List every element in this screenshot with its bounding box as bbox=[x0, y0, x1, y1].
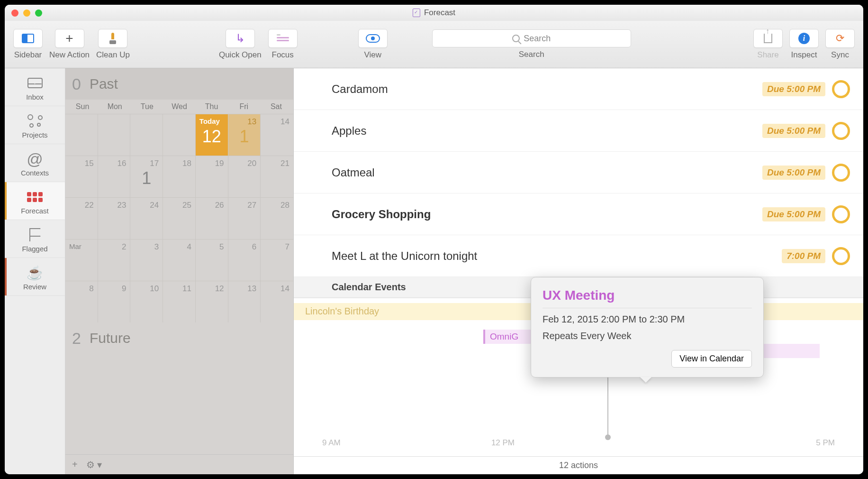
inbox-icon bbox=[27, 78, 43, 88]
popover-repeat: Repeats Every Week bbox=[542, 331, 752, 341]
cal-cell[interactable]: 12 bbox=[196, 281, 228, 322]
cal-cell[interactable]: 3 bbox=[130, 239, 163, 281]
brush-icon bbox=[108, 33, 118, 44]
task-title: Meet L at the Unicorn tonight bbox=[332, 249, 782, 263]
task-row[interactable]: Grocery Shopping Due 5:00 PM bbox=[294, 193, 863, 235]
search-input[interactable]: Search bbox=[432, 29, 631, 47]
new-action-label: New Action bbox=[49, 50, 90, 60]
popover-time: Feb 12, 2015 2:00 PM to 2:30 PM bbox=[542, 314, 752, 325]
cal-cell[interactable] bbox=[65, 114, 98, 156]
arrow-icon: ↳ bbox=[235, 32, 245, 45]
cal-cell[interactable]: 4 bbox=[163, 239, 196, 281]
inspect-button[interactable]: i bbox=[789, 29, 819, 48]
task-row[interactable]: Meet L at the Unicorn tonight 7:00 PM bbox=[294, 235, 863, 277]
nav-forecast[interactable]: Forecast bbox=[5, 182, 65, 220]
share-icon bbox=[764, 34, 772, 43]
cal-cell[interactable]: 7 bbox=[261, 239, 293, 281]
search-placeholder: Search bbox=[524, 34, 551, 44]
nav-review[interactable]: ☕ Review bbox=[5, 258, 65, 296]
new-action-button[interactable]: + bbox=[55, 29, 84, 48]
complete-checkbox[interactable] bbox=[832, 122, 850, 140]
perspectives-nav: Inbox Projects @ Contexts Forecast Flagg… bbox=[5, 68, 65, 474]
cal-cell[interactable]: 11 bbox=[163, 281, 196, 322]
main-content: Cardamom Due 5:00 PM Apples Due 5:00 PM … bbox=[294, 68, 863, 474]
task-title: Cardamom bbox=[332, 83, 762, 96]
nav-flagged[interactable]: Flagged bbox=[5, 220, 65, 258]
coffee-icon: ☕ bbox=[27, 265, 43, 281]
cal-cell[interactable]: 2 bbox=[98, 239, 131, 281]
cal-cell-today[interactable]: Today 12 bbox=[196, 114, 228, 156]
cal-cell[interactable]: 26 bbox=[196, 197, 228, 239]
complete-checkbox[interactable] bbox=[832, 205, 850, 223]
info-icon: i bbox=[798, 33, 810, 44]
cal-cell[interactable]: 13 bbox=[228, 281, 261, 322]
future-label: Future bbox=[90, 330, 131, 346]
view-button[interactable] bbox=[358, 29, 388, 48]
due-badge: Due 5:00 PM bbox=[762, 82, 825, 96]
cal-cell[interactable]: 23 bbox=[98, 197, 131, 239]
nav-projects[interactable]: Projects bbox=[5, 106, 65, 144]
cal-cell[interactable]: 14 bbox=[261, 114, 293, 156]
sidebar-button[interactable] bbox=[13, 29, 43, 48]
cal-cell[interactable]: 8 bbox=[65, 281, 98, 322]
sync-button[interactable]: ⟳ bbox=[825, 29, 855, 48]
task-row[interactable]: Apples Due 5:00 PM bbox=[294, 110, 863, 152]
complete-checkbox[interactable] bbox=[832, 80, 850, 98]
cal-cell[interactable]: 18 bbox=[163, 156, 196, 197]
calendar-grid: Today 12 13 1 14 15 16 171 18 19 20 21 2… bbox=[65, 114, 293, 322]
cal-cell[interactable]: 5 bbox=[196, 239, 228, 281]
cal-cell[interactable]: 19 bbox=[196, 156, 228, 197]
cal-cell[interactable] bbox=[163, 114, 196, 156]
cal-cell[interactable] bbox=[98, 114, 131, 156]
complete-checkbox[interactable] bbox=[832, 247, 850, 265]
focus-label: Focus bbox=[272, 50, 294, 60]
add-perspective-button[interactable]: + bbox=[72, 459, 78, 470]
cal-cell[interactable]: 16 bbox=[98, 156, 131, 197]
complete-checkbox[interactable] bbox=[832, 164, 850, 182]
past-count: 0 bbox=[72, 75, 81, 93]
due-badge: 7:00 PM bbox=[782, 249, 825, 263]
cal-cell[interactable]: 13 1 bbox=[228, 114, 261, 156]
cal-cell[interactable] bbox=[130, 114, 163, 156]
task-title: Oatmeal bbox=[332, 166, 762, 179]
cal-cell[interactable]: 21 bbox=[261, 156, 293, 197]
view-in-calendar-button[interactable]: View in Calendar bbox=[671, 350, 752, 368]
cal-cell[interactable]: Mar bbox=[65, 239, 98, 281]
task-row[interactable]: Oatmeal Due 5:00 PM bbox=[294, 152, 863, 193]
nav-inbox[interactable]: Inbox bbox=[5, 68, 65, 106]
gear-icon[interactable]: ⚙︎ ▾ bbox=[86, 459, 102, 470]
cal-cell[interactable]: 22 bbox=[65, 197, 98, 239]
view-label: View bbox=[364, 50, 381, 60]
past-row[interactable]: 0 Past bbox=[65, 68, 293, 100]
cal-cell[interactable]: 10 bbox=[130, 281, 163, 322]
task-list: Cardamom Due 5:00 PM Apples Due 5:00 PM … bbox=[294, 68, 863, 277]
cal-cell[interactable]: 9 bbox=[98, 281, 131, 322]
cal-cell[interactable]: 14 bbox=[261, 281, 293, 322]
cal-cell[interactable]: 171 bbox=[130, 156, 163, 197]
cal-cell[interactable]: 27 bbox=[228, 197, 261, 239]
cal-cell[interactable]: 6 bbox=[228, 239, 261, 281]
zoom-icon[interactable] bbox=[35, 9, 42, 17]
share-button[interactable] bbox=[753, 29, 783, 48]
cal-cell[interactable]: 15 bbox=[65, 156, 98, 197]
future-row[interactable]: 2 Future bbox=[65, 322, 293, 354]
sidebar-label: Sidebar bbox=[14, 50, 42, 60]
cal-cell[interactable]: 24 bbox=[130, 197, 163, 239]
task-row[interactable]: Cardamom Due 5:00 PM bbox=[294, 68, 863, 110]
close-icon[interactable] bbox=[11, 9, 18, 17]
at-icon: @ bbox=[27, 150, 43, 168]
sync-label: Sync bbox=[831, 50, 849, 60]
plus-icon: + bbox=[65, 31, 73, 46]
nav-contexts[interactable]: @ Contexts bbox=[5, 144, 65, 182]
focus-button[interactable] bbox=[268, 29, 298, 48]
quick-open-button[interactable]: ↳ bbox=[226, 29, 255, 48]
future-count: 2 bbox=[72, 329, 81, 348]
clean-up-button[interactable] bbox=[98, 29, 127, 48]
cal-cell[interactable]: 28 bbox=[261, 197, 293, 239]
eye-icon bbox=[366, 34, 380, 43]
forecast-icon bbox=[27, 192, 43, 202]
minimize-icon[interactable] bbox=[23, 9, 30, 17]
cal-cell[interactable]: 20 bbox=[228, 156, 261, 197]
time-axis: 9 AM 12 PM 5 PM bbox=[294, 438, 863, 448]
cal-cell[interactable]: 25 bbox=[163, 197, 196, 239]
